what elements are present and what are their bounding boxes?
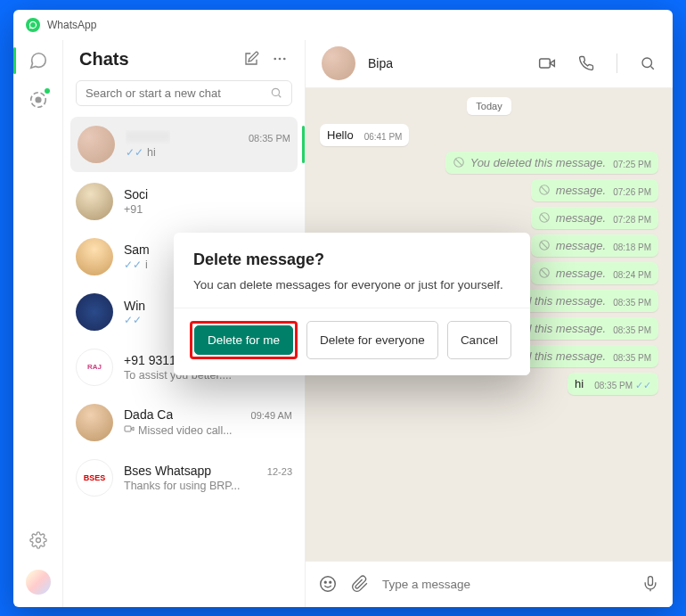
message-time: 08:18 PM	[613, 242, 651, 252]
message-time: 07:26 PM	[613, 187, 651, 197]
svg-point-5	[283, 58, 286, 61]
sidebar-header: Chats	[63, 40, 305, 75]
chat-item-avatar: RAJ	[76, 349, 113, 386]
new-chat-icon[interactable]	[242, 50, 260, 68]
message-time: 08:35 PM✓✓	[594, 381, 651, 390]
chat-item-name: Soci	[124, 187, 148, 201]
svg-point-20	[330, 581, 331, 583]
chat-item-avatar: BSES	[76, 459, 113, 497]
message-time: 08:35 PM	[613, 298, 651, 308]
chat-contact-name[interactable]: Bipa	[368, 56, 517, 70]
whatsapp-logo-icon	[26, 18, 40, 32]
message-row[interactable]: message.07:28 PM	[320, 207, 658, 229]
message-row[interactable]: You deleted this message.07:25 PM	[320, 152, 658, 174]
delete-for-everyone-button[interactable]: Delete for everyone	[306, 321, 438, 359]
delete-message-dialog: Delete message? You can delete messages …	[174, 233, 530, 375]
chat-item-name: Sam	[124, 242, 150, 257]
chat-header-avatar[interactable]	[322, 46, 355, 80]
more-icon[interactable]	[271, 50, 289, 68]
dialog-actions: Delete for me Delete for everyone Cancel	[174, 308, 530, 375]
message-bubble[interactable]: hi08:35 PM✓✓	[568, 373, 658, 395]
svg-point-2	[36, 538, 40, 542]
annotation-highlight: Delete for me	[190, 321, 298, 359]
message-row[interactable]: hi08:35 PM✓✓	[320, 373, 658, 395]
mic-icon[interactable]	[641, 574, 660, 594]
dialog-title: Delete message?	[193, 251, 510, 269]
search-icon	[270, 86, 282, 99]
svg-point-18	[321, 577, 336, 592]
svg-point-3	[274, 58, 276, 61]
header-divider	[617, 53, 617, 73]
deleted-message-bubble[interactable]: message.08:18 PM	[531, 234, 658, 257]
deleted-message-bubble[interactable]: message.08:24 PM	[531, 262, 658, 284]
deleted-message-bubble[interactable]: You deleted this message.07:25 PM	[445, 152, 658, 174]
message-time: 08:35 PM	[613, 353, 651, 363]
message-time: 08:24 PM	[613, 270, 651, 280]
svg-rect-21	[649, 577, 653, 586]
message-input[interactable]	[382, 578, 628, 591]
chat-item-avatar	[76, 183, 113, 220]
attach-icon[interactable]	[350, 574, 370, 594]
chat-item-preview: ✓✓hi	[126, 146, 290, 159]
chat-item-name: Bses Whatsapp	[124, 464, 211, 478]
chat-list-item[interactable]: Dada Ca09:49 AMMissed video call...	[63, 395, 305, 450]
dialog-body: Delete message? You can delete messages …	[174, 233, 530, 308]
search-in-chat-icon[interactable]	[639, 54, 657, 72]
emoji-icon[interactable]	[318, 574, 338, 594]
message-time: 08:35 PM	[613, 325, 651, 335]
chat-list-item[interactable]: Soci+91	[63, 174, 305, 229]
nav-chats-icon[interactable]	[29, 51, 48, 70]
composer	[306, 561, 673, 607]
message-time: 07:25 PM	[613, 160, 651, 169]
chat-item-time: 08:35 PM	[249, 133, 290, 144]
chat-item-avatar	[76, 293, 113, 331]
chat-list-item[interactable]: BSESBses Whatsapp12-23Thanks for using B…	[63, 450, 305, 505]
message-row[interactable]: Hello06:41 PM	[320, 124, 658, 146]
app-title: WhatsApp	[47, 19, 96, 31]
search-input[interactable]	[86, 86, 270, 100]
titlebar: WhatsApp	[13, 10, 673, 40]
chat-item-preview: Missed video call...	[124, 423, 292, 437]
chat-item-name	[126, 130, 170, 144]
video-call-icon[interactable]	[538, 54, 556, 72]
chat-item-name: Dada Ca	[124, 407, 173, 422]
chat-item-time: 12-23	[267, 466, 292, 477]
svg-point-9	[642, 58, 652, 68]
delete-for-me-button[interactable]: Delete for me	[194, 325, 293, 355]
search-box[interactable]	[76, 80, 292, 106]
chat-item-avatar	[76, 404, 113, 441]
deleted-message-bubble[interactable]: message.07:26 PM	[531, 179, 658, 201]
svg-point-4	[279, 58, 282, 61]
svg-point-6	[272, 88, 279, 95]
nav-profile-avatar[interactable]	[26, 570, 51, 595]
message-bubble[interactable]: Hello06:41 PM	[320, 124, 409, 146]
voice-call-icon[interactable]	[577, 54, 595, 72]
nav-rail	[13, 40, 63, 607]
chat-item-avatar	[76, 238, 113, 275]
chat-item-time: 09:49 AM	[251, 410, 292, 421]
svg-rect-7	[125, 426, 131, 431]
svg-rect-8	[540, 59, 551, 68]
date-chip: Today	[467, 97, 510, 115]
chat-list-item[interactable]: 08:35 PM✓✓hi	[70, 117, 298, 172]
chat-item-avatar	[78, 126, 115, 163]
chat-item-name: Win	[124, 299, 145, 313]
sidebar-title: Chats	[79, 49, 232, 70]
message-row[interactable]: message.07:26 PM	[320, 179, 658, 201]
dialog-text: You can delete messages for everyone or …	[193, 278, 510, 292]
svg-point-1	[36, 97, 41, 103]
message-time: 07:28 PM	[613, 215, 651, 225]
chat-header: Bipa	[306, 40, 673, 88]
nav-settings-icon[interactable]	[29, 530, 48, 550]
deleted-message-bubble[interactable]: message.07:28 PM	[531, 207, 658, 229]
app-window: WhatsApp Chats	[13, 10, 673, 607]
chat-item-preview: Thanks for using BRP...	[124, 480, 292, 492]
message-time: 06:41 PM	[364, 132, 403, 142]
chat-item-preview: +91	[124, 203, 292, 216]
svg-point-19	[324, 581, 326, 583]
nav-status-icon[interactable]	[29, 90, 48, 110]
cancel-button[interactable]: Cancel	[447, 321, 511, 359]
